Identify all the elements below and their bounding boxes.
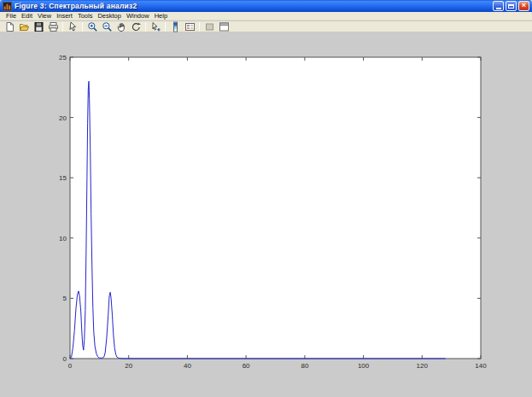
maximize-icon	[508, 4, 514, 9]
toolbar-separator	[62, 22, 63, 32]
zoom-out-button[interactable]	[100, 21, 114, 32]
rotate-3d-icon	[131, 21, 142, 32]
svg-text:20: 20	[59, 114, 67, 122]
svg-text:15: 15	[59, 174, 67, 182]
hide-plot-tools-button[interactable]	[202, 21, 216, 32]
menu-item-insert[interactable]: Insert	[54, 12, 75, 20]
edit-plot-icon	[67, 21, 79, 32]
zoom-in-icon	[87, 21, 98, 32]
menu-item-file[interactable]: File	[3, 12, 19, 20]
svg-text:60: 60	[243, 362, 250, 370]
titlebar[interactable]: Figure 3: Спектральный анализ2 ×	[0, 0, 532, 12]
toolbar-separator	[82, 22, 83, 32]
svg-text:140: 140	[475, 362, 487, 370]
open-file-icon	[19, 21, 30, 32]
save-figure-icon	[33, 21, 44, 32]
menu-item-help[interactable]: Help	[152, 12, 170, 20]
maximize-button[interactable]	[506, 1, 517, 11]
svg-text:0: 0	[63, 355, 67, 363]
window-controls: ×	[493, 1, 529, 11]
toolbar-separator	[145, 22, 146, 32]
svg-text:40: 40	[184, 362, 191, 370]
print-figure-button[interactable]	[46, 21, 60, 32]
print-figure-icon	[48, 21, 59, 32]
menu-item-view[interactable]: View	[35, 12, 54, 20]
zoom-in-button[interactable]	[85, 21, 99, 32]
svg-text:100: 100	[358, 362, 370, 370]
close-icon: ×	[522, 2, 526, 9]
figure-toolbar	[0, 21, 532, 32]
svg-text:10: 10	[59, 235, 67, 242]
pan-button[interactable]	[114, 21, 128, 32]
matlab-figure-window: Figure 3: Спектральный анализ2 × FileEdi…	[0, 0, 532, 397]
data-cursor-button[interactable]	[149, 21, 162, 32]
rotate-3d-button[interactable]	[129, 21, 143, 32]
data-cursor-icon	[150, 21, 161, 32]
matlab-figure-icon	[3, 2, 12, 11]
insert-legend-icon	[184, 21, 196, 32]
insert-colorbar-button[interactable]	[168, 21, 182, 32]
save-figure-button[interactable]	[32, 21, 45, 32]
toolbar-separator	[165, 22, 166, 32]
svg-text:80: 80	[301, 362, 308, 370]
insert-colorbar-icon	[170, 21, 181, 32]
zoom-out-icon	[102, 21, 113, 32]
close-button[interactable]: ×	[518, 1, 529, 11]
svg-text:0: 0	[68, 362, 73, 370]
toolbar-separator	[199, 22, 200, 32]
window-title: Figure 3: Спектральный анализ2	[15, 2, 490, 10]
svg-text:120: 120	[417, 362, 429, 370]
pan-icon	[116, 21, 127, 32]
spectrum-chart: 0204060801001201400510152025	[0, 32, 532, 397]
menu-item-edit[interactable]: Edit	[19, 12, 35, 20]
menu-item-tools[interactable]: Tools	[75, 12, 96, 20]
menu-item-window[interactable]: Window	[124, 12, 152, 20]
minimize-button[interactable]	[493, 1, 504, 11]
show-plot-tools-button[interactable]	[217, 21, 231, 32]
svg-text:25: 25	[59, 54, 67, 61]
menu-item-desktop[interactable]: Desktop	[95, 12, 124, 20]
minimize-icon	[496, 8, 501, 9]
insert-legend-button[interactable]	[183, 21, 196, 32]
show-plot-tools-icon	[219, 21, 230, 32]
hide-plot-tools-icon	[204, 21, 215, 32]
new-figure-icon	[4, 21, 15, 32]
svg-text:5: 5	[63, 295, 67, 302]
new-figure-button[interactable]	[3, 21, 16, 32]
open-file-button[interactable]	[17, 21, 31, 32]
svg-text:20: 20	[125, 362, 132, 370]
menubar: FileEditViewInsertToolsDesktopWindowHelp	[0, 12, 532, 20]
figure-canvas: 0204060801001201400510152025	[0, 32, 532, 397]
edit-plot-button[interactable]	[66, 21, 79, 32]
